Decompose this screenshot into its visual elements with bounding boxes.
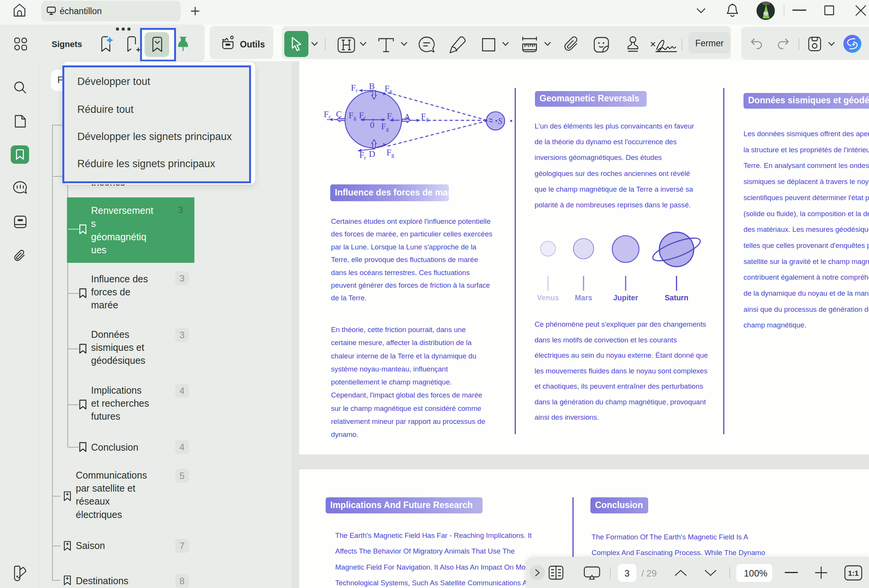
svg-text:Fg: Fg bbox=[421, 112, 429, 122]
svg-text:B: B bbox=[369, 81, 375, 91]
svg-text:D: D bbox=[369, 149, 375, 159]
svg-text:Fr: Fr bbox=[359, 150, 366, 161]
svg-text:S: S bbox=[498, 116, 502, 126]
svg-text:Fr: Fr bbox=[324, 109, 331, 120]
svg-text:0: 0 bbox=[370, 120, 375, 130]
svg-text:A: A bbox=[404, 112, 411, 122]
svg-text:C: C bbox=[336, 109, 342, 119]
svg-text:Jupiter: Jupiter bbox=[613, 293, 638, 302]
svg-text:1:1: 1:1 bbox=[848, 569, 859, 577]
svg-text:Fg: Fg bbox=[386, 148, 395, 158]
svg-text:Fr: Fr bbox=[351, 83, 358, 93]
svg-text:Saturn: Saturn bbox=[665, 293, 688, 302]
svg-text:Venus: Venus bbox=[537, 293, 559, 302]
svg-text:Fg: Fg bbox=[385, 84, 393, 94]
svg-text:Mars: Mars bbox=[575, 293, 592, 302]
